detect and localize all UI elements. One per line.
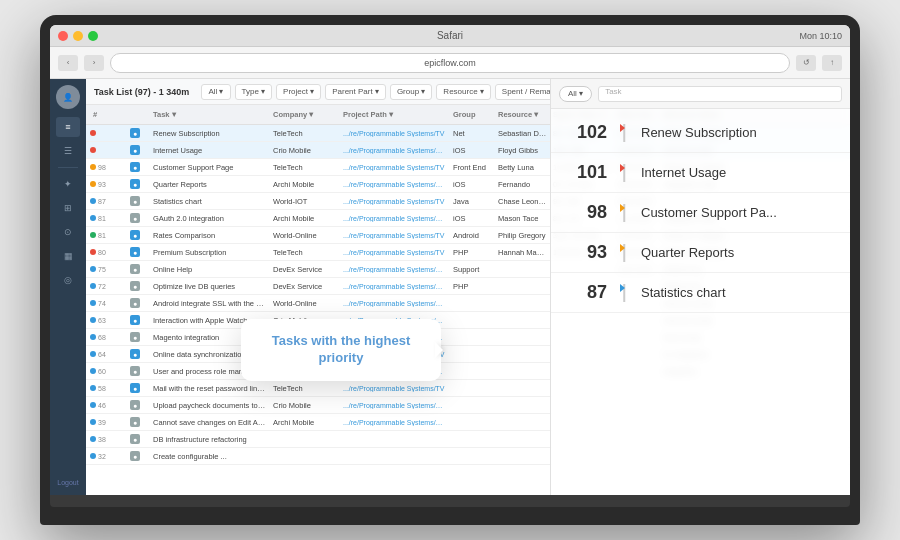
share-button[interactable]: ↑ [822,55,842,71]
row-milestone: integration [660,367,735,376]
close-button[interactable] [58,31,68,41]
sidebar-item-tasks[interactable]: ≡ [56,117,80,137]
user-avatar[interactable]: 👤 [56,85,80,109]
row-milestone: Refactoring [660,265,735,274]
row-type-icon: ● [120,417,150,427]
col-header-milesdue[interactable]: Miles Due [615,110,660,119]
priority-dot [90,249,96,255]
row-number: 60 [90,368,120,375]
sidebar-item-circle[interactable]: ⊙ [56,222,80,242]
row-milestone: Ready for integration [660,248,735,257]
sidebar-item-blocks[interactable]: ▦ [56,246,80,266]
col-header-company[interactable]: Company ▾ [270,110,340,119]
row-path: .../re/Programmable Systems/TV [340,198,450,205]
type-badge: ● [130,451,140,461]
row-company: Crio Mobile [270,316,340,325]
filter-parent[interactable]: Parent Part ▾ [325,84,386,100]
row-type-icon: ● [120,247,150,257]
filter-resource[interactable]: Resource ▾ [436,84,490,100]
refresh-button[interactable]: ↺ [796,55,816,71]
table-row[interactable]: 60 ● User and process role management Ar… [86,363,850,380]
table-row[interactable]: 68 ● Magento integration Archi Mobile ..… [86,329,850,346]
type-badge: ● [130,366,140,376]
table-row[interactable]: ● Renew Subscription TeleTech .../re/Pro… [86,125,850,142]
col-header-path[interactable]: Project Path ▾ [340,110,450,119]
row-number [90,130,120,136]
table-row[interactable]: ● Internet Usage Crio Mobile .../re/Prog… [86,142,850,159]
table-row[interactable]: 81 ● Rates Comparison World-Online .../r… [86,227,850,244]
table-row[interactable]: 58 ● Mail with the reset password link i… [86,380,850,397]
filter-group[interactable]: Group ▾ [390,84,432,100]
row-group: iOS [450,180,495,189]
sidebar-item-list[interactable]: ☰ [56,141,80,161]
table-row[interactable]: 72 ● Optimize live DB queries DevEx Serv… [86,278,850,295]
row-date: 11-10-2017 [615,215,660,222]
app-container: 👤 ≡ ☰ ✦ ⊞ ⊙ ▦ ◎ Logout Task List (97) - … [50,79,850,495]
priority-dot [90,232,96,238]
table-row[interactable]: 74 ● Android integrate SSL with the proj… [86,295,850,312]
column-headers: # Task ▾ Company ▾ Project Path ▾ Group … [86,105,850,125]
row-task: Online data synchronization [150,350,270,359]
minimize-button[interactable] [73,31,83,41]
type-badge: ● [130,349,140,359]
url-bar[interactable]: epicflow.com [110,53,790,73]
maximize-button[interactable] [88,31,98,41]
table-row[interactable]: 75 ● Online Help DevEx Service .../re/Pr… [86,261,850,278]
row-type-icon: ● [120,213,150,223]
table-row[interactable]: 87 ● Statistics chart World-IOT .../re/P… [86,193,850,210]
row-milestone: Internal accept [660,316,735,325]
col-header-spent[interactable]: Spent / Rem. ▾ [550,110,615,119]
table-row[interactable]: 38 ● DB infrastructure refactoring [86,431,850,448]
row-date: 12-10-2017 [615,232,660,239]
type-badge: ● [130,196,140,206]
priority-dot [90,436,96,442]
back-button[interactable]: ‹ [58,55,78,71]
priority-dot [90,419,96,425]
col-header-task[interactable]: Task ▾ [150,110,270,119]
type-badge: ● [130,230,140,240]
settings-icon[interactable]: ⚙ [822,84,842,100]
row-milestone: final accept [660,333,735,342]
row-path: .../re/Programmable Systems/TV [340,130,450,137]
row-resource: Floyd Gibbs [495,146,550,155]
logout-label[interactable]: Logout [57,476,78,489]
col-header-resource[interactable]: Resource ▾ [495,110,550,119]
table-row[interactable]: 93 ● Quarter Reports Archi Mobile .../re… [86,176,850,193]
row-path: .../re/Programmable Systems/Mobile [340,300,450,307]
export-button[interactable]: Export to CSV ▾ [747,84,818,100]
sidebar-item-star[interactable]: ✦ [56,174,80,194]
priority-dot [90,147,96,153]
row-path: .../re/Programmable Systems/TV [340,164,450,171]
priority-dot [90,334,96,340]
row-task: User and process role management [150,367,270,376]
filter-type[interactable]: Type ▾ [235,84,273,100]
priority-dot [90,402,96,408]
table-row[interactable]: 46 ● Upload paycheck documents to person… [86,397,850,414]
table-row[interactable]: 63 ● Interaction with Apple Watch Crio M… [86,312,850,329]
row-spent: 9h / 22h [550,197,615,206]
row-group: Java [450,197,495,206]
table-row[interactable]: 80 ● Premium Subscription TeleTech .../r… [86,244,850,261]
col-header-group[interactable]: Group [450,110,495,119]
table-row[interactable]: 39 ● Cannot save changes on Edit Address… [86,414,850,431]
filter-miles[interactable]: Miles Due ▾ [585,84,641,100]
row-task: Upload paycheck documents to personnel f… [150,401,270,410]
table-row[interactable]: 64 ● Online data synchronization TeleTec… [86,346,850,363]
row-type-icon: ● [120,281,150,291]
table-row[interactable]: 98 ● Customer Support Page TeleTech .../… [86,159,850,176]
row-group: iOS [450,146,495,155]
table-row[interactable]: 81 ● GAuth 2.0 integration Archi Mobile … [86,210,850,227]
filter-all[interactable]: All ▾ [201,84,230,100]
filter-project[interactable]: Project ▾ [276,84,321,100]
sidebar-bottom: Logout [57,476,78,489]
col-header-milestone[interactable]: Milestone Name [660,110,735,119]
row-path: .../re/Programmable Systems/TV [340,249,450,256]
forward-button[interactable]: › [84,55,104,71]
sidebar-item-target[interactable]: ◎ [56,270,80,290]
table-row[interactable]: 32 ● Create configurable ... [86,448,850,465]
priority-dot [90,385,96,391]
sidebar-item-grid[interactable]: ⊞ [56,198,80,218]
filter-spent[interactable]: Spent / Remaining ▾ [495,84,581,100]
row-number: 81 [90,215,120,222]
type-badge: ● [130,281,140,291]
